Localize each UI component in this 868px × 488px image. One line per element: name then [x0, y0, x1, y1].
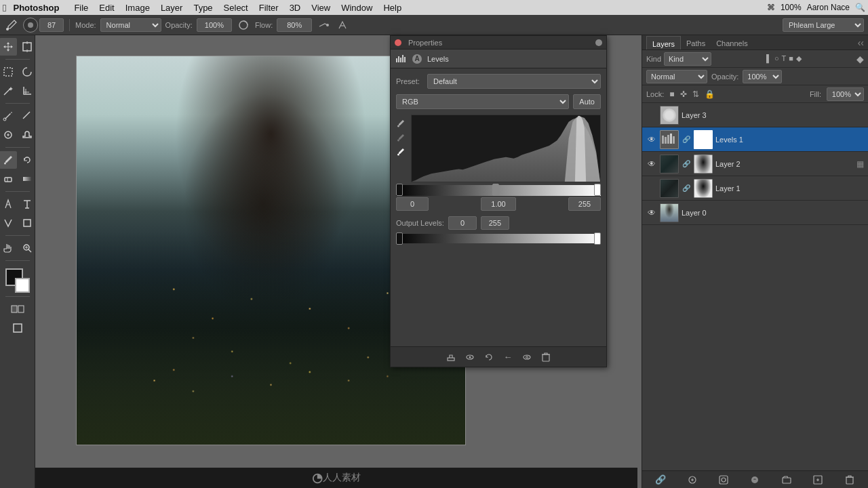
hand-tool[interactable]	[0, 239, 17, 257]
layer-row[interactable]: 👁 Layer 3	[642, 103, 868, 127]
brush-preview[interactable]	[23, 18, 38, 33]
output-black-input[interactable]	[448, 216, 477, 230]
tab-channels[interactable]: Channels	[711, 36, 753, 49]
layer-2-link[interactable]: 🔗	[682, 160, 691, 167]
zoom-tool[interactable]	[18, 239, 36, 257]
quick-mask-btn[interactable]	[9, 300, 26, 318]
preset-select[interactable]: Phleam Large	[783, 18, 864, 32]
opacity-select[interactable]: 100% 75% 50%	[743, 70, 782, 83]
background-color[interactable]	[15, 278, 30, 293]
auto-button[interactable]: Auto	[573, 94, 601, 109]
gradient-tool[interactable]	[18, 170, 36, 188]
layer-1-eye[interactable]: 👁	[646, 183, 657, 194]
opacity-icon[interactable]	[236, 18, 251, 33]
brush-tool-icon[interactable]	[4, 18, 19, 33]
layer-row[interactable]: 👁 🔗 Levels 1	[642, 127, 868, 152]
menu-layer[interactable]: Layer	[155, 3, 189, 13]
delete-layer-btn[interactable]	[843, 473, 856, 487]
menu-help[interactable]: Help	[378, 3, 407, 13]
layer-row[interactable]: 👁 🔗 Layer 1	[642, 176, 868, 201]
menu-window[interactable]: Window	[336, 3, 378, 13]
menu-3d[interactable]: 3D	[284, 3, 307, 13]
color-swatch[interactable]	[5, 268, 30, 293]
white-input[interactable]	[568, 197, 601, 211]
new-fill-adjustment-btn[interactable]	[748, 473, 762, 487]
add-style-btn[interactable]	[686, 473, 699, 487]
lock-all-icon[interactable]: 🔒	[705, 89, 715, 99]
ruler-tool[interactable]	[18, 107, 36, 125]
adjustment-filter-icon[interactable]: ○	[774, 54, 779, 63]
mid-input-handle[interactable]	[492, 184, 499, 196]
shape-filter-icon[interactable]: ■	[789, 54, 793, 63]
output-black-handle[interactable]	[396, 232, 403, 245]
levels-1-link[interactable]: 🔗	[682, 136, 691, 143]
screen-mode-btn[interactable]	[9, 319, 26, 337]
layer-row[interactable]: 👁 Layer 0	[642, 201, 868, 225]
layer-0-eye[interactable]: 👁	[646, 207, 657, 218]
marquee-tool[interactable]	[0, 63, 17, 81]
pen-tool[interactable]	[0, 195, 17, 213]
white-input-handle[interactable]	[594, 184, 601, 196]
black-input[interactable]	[396, 197, 429, 211]
histogram[interactable]	[411, 115, 601, 182]
flow-input[interactable]	[277, 18, 312, 32]
new-group-btn[interactable]	[780, 473, 793, 487]
fill-select[interactable]: 100%	[827, 87, 864, 101]
properties-collapse-btn[interactable]	[595, 39, 602, 46]
eyedropper-tool[interactable]	[0, 107, 17, 125]
brush-tool[interactable]	[0, 151, 17, 169]
menu-view[interactable]: View	[306, 3, 336, 13]
shape-tool[interactable]	[18, 214, 36, 232]
menu-image[interactable]: Image	[120, 3, 155, 13]
black-point-eyedropper[interactable]	[396, 117, 408, 129]
delete-btn[interactable]	[539, 350, 553, 364]
mid-input[interactable]	[481, 197, 516, 211]
brush-size-input[interactable]	[39, 18, 64, 32]
wand-tool[interactable]	[0, 82, 17, 100]
history-brush-tool[interactable]	[18, 151, 36, 169]
reset-btn[interactable]	[482, 350, 496, 364]
menu-file[interactable]: File	[68, 3, 94, 13]
healing-tool[interactable]	[0, 126, 17, 144]
lock-art-icon[interactable]: ⇅	[692, 89, 699, 99]
properties-close-btn[interactable]	[395, 39, 401, 46]
airbrush-icon[interactable]	[316, 18, 331, 33]
white-point-eyedropper[interactable]	[396, 146, 408, 158]
menu-edit[interactable]: Edit	[94, 3, 119, 13]
undo-btn[interactable]: ←	[501, 350, 515, 364]
new-layer-btn[interactable]	[811, 473, 825, 487]
right-panel-collapse-btn[interactable]: ‹‹	[858, 37, 864, 49]
artboard-tool[interactable]	[18, 38, 36, 56]
eraser-tool[interactable]	[0, 170, 17, 188]
lasso-tool[interactable]	[18, 63, 36, 81]
clip-to-layer-btn[interactable]	[444, 350, 458, 364]
visibility-btn[interactable]	[463, 350, 477, 364]
layer-3-eye[interactable]: 👁	[646, 110, 657, 121]
preview-btn[interactable]	[520, 350, 534, 364]
pixel-filter-icon[interactable]: ▌	[766, 54, 772, 63]
preset-select[interactable]: Default Darker Lighter	[427, 74, 601, 89]
toggle-filter-icon[interactable]: ◆	[856, 54, 864, 64]
opacity-input[interactable]	[197, 18, 232, 32]
move-tool[interactable]	[0, 38, 17, 56]
crop-tool[interactable]	[18, 82, 36, 100]
path-selection-tool[interactable]	[0, 214, 17, 232]
lock-pixels-icon[interactable]: ■	[669, 89, 674, 99]
output-white-input[interactable]	[481, 216, 509, 230]
smart-filter-icon[interactable]: ◆	[796, 54, 802, 63]
apple-icon[interactable]: 	[3, 2, 6, 14]
type-tool[interactable]	[18, 195, 36, 213]
grey-point-eyedropper[interactable]	[396, 131, 408, 144]
tab-paths[interactable]: Paths	[681, 36, 711, 49]
layer-2-eye[interactable]: 👁	[646, 159, 657, 169]
kind-select[interactable]: Kind Name Effect	[664, 52, 711, 66]
lock-position-icon[interactable]: ✜	[680, 89, 687, 99]
layer-1-link[interactable]: 🔗	[682, 184, 691, 192]
black-input-handle[interactable]	[396, 184, 403, 196]
layer-row[interactable]: 👁 🔗 Layer 2 ▦	[642, 152, 868, 176]
stamp-tool[interactable]	[18, 126, 36, 144]
blend-mode-select[interactable]: Normal Multiply Screen	[646, 70, 707, 83]
tab-layers[interactable]: Layers	[646, 36, 681, 49]
menu-filter[interactable]: Filter	[254, 3, 284, 13]
channel-select[interactable]: RGB Red Green Blue	[396, 94, 569, 109]
